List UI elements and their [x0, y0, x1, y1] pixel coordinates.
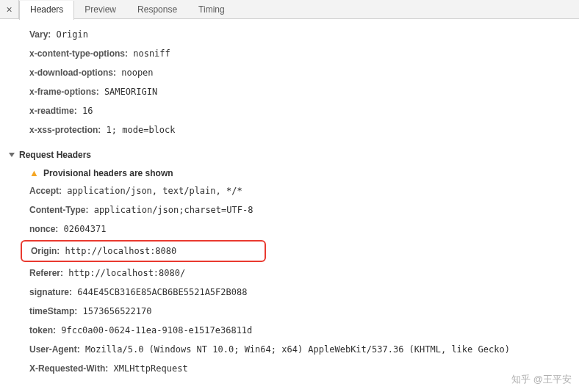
request-header-row: Content-Type: application/json;charset=U… — [6, 200, 575, 219]
request-header-row: X-Requested-With: XMLHttpRequest — [6, 359, 575, 378]
header-value: SAMEORIGIN — [99, 87, 157, 97]
response-header-row: x-download-options: noopen — [6, 63, 575, 82]
header-name: Accept: — [29, 186, 62, 196]
origin-highlight-box: Origin: http://localhost:8080 — [21, 240, 266, 262]
response-header-row: x-xss-protection: 1; mode=block — [6, 120, 575, 139]
header-value: Mozilla/5.0 (Windows NT 10.0; Win64; x64… — [80, 344, 510, 355]
provisional-warning-label: Provisional headers are shown — [43, 168, 173, 178]
header-value: Origin — [51, 29, 88, 40]
header-name: x-content-type-options: — [29, 48, 128, 59]
tab-headers[interactable]: Headers — [19, 1, 74, 20]
response-header-row: Vary: Origin — [6, 25, 575, 44]
request-header-row: token: 9fcc0a00-0624-11ea-9108-e1517e368… — [6, 321, 575, 340]
tab-response[interactable]: Response — [127, 0, 188, 19]
header-name: X-Requested-With: — [29, 363, 108, 374]
header-value: http://localhost:8080 — [60, 246, 176, 256]
header-name: Referer: — [29, 268, 63, 278]
header-name: x-xss-protection: — [29, 125, 101, 135]
header-value: noopen — [116, 68, 154, 78]
header-value: nosniff — [128, 48, 170, 59]
request-header-row: signature: 644E45CB316E85ACB6BE5521A5F2B… — [6, 283, 575, 302]
request-header-row-origin: Origin: http://localhost:8080 — [22, 242, 265, 261]
request-header-row: nonce: 02604371 — [6, 219, 575, 239]
devtools-tabbar: × Headers Preview Response Timing — [0, 0, 579, 19]
request-header-row: timeStamp: 1573656522170 — [6, 302, 575, 321]
header-value: 1; mode=block — [101, 125, 175, 135]
header-value: 02604371 — [58, 224, 106, 234]
header-name: token: — [29, 325, 56, 335]
tab-preview[interactable]: Preview — [74, 0, 127, 19]
header-name: x-download-options: — [29, 68, 116, 78]
header-name: Vary: — [29, 29, 51, 40]
header-name: x-readtime: — [29, 106, 77, 116]
header-value: http://localhost:8080/ — [63, 268, 185, 278]
header-name: x-frame-options: — [29, 87, 99, 97]
request-headers-section[interactable]: Request Headers — [6, 150, 575, 160]
response-header-row: x-content-type-options: nosniff — [6, 44, 575, 63]
header-name: timeStamp: — [29, 306, 77, 316]
header-name: Content-Type: — [29, 205, 88, 215]
header-name: Origin: — [31, 246, 60, 256]
headers-panel: Vary: Origin x-content-type-options: nos… — [0, 19, 579, 392]
tab-timing[interactable]: Timing — [188, 0, 236, 19]
header-value: XMLHttpRequest — [108, 363, 187, 374]
header-name: signature: — [29, 287, 72, 297]
request-header-row: Accept: application/json, text/plain, */… — [6, 181, 575, 200]
triangle-down-icon — [9, 153, 15, 157]
request-header-row: Referer: http://localhost:8080/ — [6, 264, 575, 283]
section-title: Request Headers — [19, 150, 91, 160]
header-value: 1573656522170 — [77, 306, 151, 316]
header-value: application/json;charset=UTF-8 — [88, 205, 253, 215]
response-header-row: x-readtime: 16 — [6, 101, 575, 120]
header-value: 16 — [77, 106, 93, 116]
warning-icon: ▲ — [29, 167, 39, 178]
header-name: nonce: — [29, 224, 58, 234]
header-value: application/json, text/plain, */* — [62, 186, 242, 196]
header-value: 644E45CB316E85ACB6BE5521A5F2B088 — [72, 287, 247, 297]
response-header-row: x-frame-options: SAMEORIGIN — [6, 82, 575, 101]
header-name: User-Agent: — [29, 344, 80, 355]
request-header-row: User-Agent: Mozilla/5.0 (Windows NT 10.0… — [6, 340, 575, 359]
close-tab-button[interactable]: × — [0, 0, 19, 19]
provisional-warning: ▲ Provisional headers are shown — [6, 164, 575, 181]
header-value: 9fcc0a00-0624-11ea-9108-e1517e36811d — [56, 325, 252, 335]
